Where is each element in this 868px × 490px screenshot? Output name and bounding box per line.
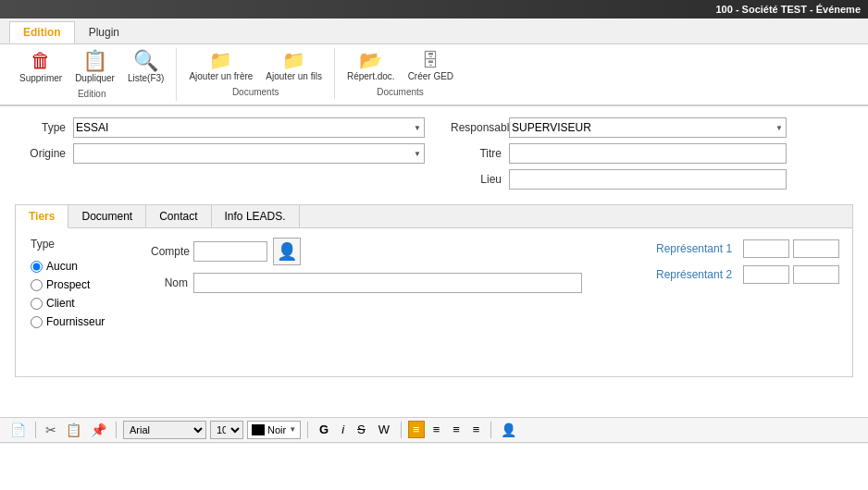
compte-input[interactable]: [193, 241, 267, 262]
rep2-input2[interactable]: [793, 265, 839, 284]
type-row: Type ESSAI Responsable SUPERVISEUR: [15, 117, 853, 138]
rep-column: Représentant 1 Représentant 2: [656, 238, 839, 367]
radio-prospect-input[interactable]: [31, 279, 43, 291]
type-select[interactable]: ESSAI: [73, 117, 425, 138]
radio-aucun[interactable]: Aucun: [31, 260, 114, 273]
form-area: Type ESSAI Responsable SUPERVISEUR Origi…: [0, 106, 868, 201]
origine-label: Origine: [15, 147, 66, 160]
tab-plugin[interactable]: Plugin: [75, 21, 133, 43]
origine-select-wrapper: [73, 143, 425, 164]
lieu-input[interactable]: [509, 169, 787, 190]
radio-client-input[interactable]: [31, 298, 43, 310]
radio-prospect-label: Prospect: [46, 278, 90, 291]
tab-contact[interactable]: Contact: [146, 205, 211, 227]
align-justify-button[interactable]: ≡: [468, 421, 485, 438]
color-arrow: ▼: [289, 425, 296, 434]
ribbon-toolbar: 🗑 Supprimer 📋 Dupliquer 🔍 Liste(F3) Edit…: [0, 44, 868, 106]
nom-label: Nom: [151, 276, 188, 289]
ajouter-fils-button[interactable]: 📁 Ajouter un fils: [261, 48, 327, 84]
trash-icon: 🗑: [31, 51, 51, 71]
titre-input[interactable]: [509, 143, 787, 164]
lieu-row: Lieu: [15, 169, 853, 190]
sep3: [307, 422, 308, 438]
origine-row: Origine Titre: [15, 143, 853, 164]
tab-edition[interactable]: Edition: [9, 21, 75, 43]
responsable-label: Responsable: [451, 121, 502, 134]
responsable-select-wrapper: SUPERVISEUR: [509, 117, 787, 138]
tab-section: Tiers Document Contact Info LEADS. Type …: [15, 204, 853, 377]
repert-doc-button[interactable]: 📂 Répert.doc.: [342, 48, 400, 84]
tab-tiers[interactable]: Tiers: [16, 205, 68, 228]
scissors-icon[interactable]: ✂: [43, 422, 59, 438]
align-right-button[interactable]: ≡: [448, 421, 465, 438]
supprimer-button[interactable]: 🗑 Supprimer: [15, 48, 67, 86]
search-icon: 🔍: [133, 51, 158, 71]
nom-input[interactable]: [193, 273, 582, 293]
folder-add-icon: 📁: [209, 51, 232, 69]
copy-icon[interactable]: 📋: [63, 422, 84, 438]
rep1-input2[interactable]: [793, 239, 839, 258]
nom-row: Nom: [151, 273, 582, 293]
align-left-button[interactable]: ≡: [408, 421, 425, 438]
font-select[interactable]: Arial: [123, 421, 206, 439]
copy-icon: 📋: [82, 51, 107, 71]
liste-label: Liste(F3): [128, 73, 164, 83]
ajouter-frere-label: Ajouter un frère: [189, 71, 253, 81]
type-select-wrapper: ESSAI: [73, 117, 425, 138]
creer-ged-label: Créer GED: [408, 71, 453, 81]
sep5: [490, 422, 491, 438]
documents1-group-label: Documents: [232, 87, 279, 97]
user-icon[interactable]: 👤: [498, 422, 519, 438]
radio-fournisseur-input[interactable]: [31, 316, 43, 328]
edition-buttons: 🗑 Supprimer 📋 Dupliquer 🔍 Liste(F3): [15, 48, 168, 86]
radio-aucun-label: Aucun: [46, 260, 78, 273]
folder-open-icon: 📂: [359, 51, 382, 69]
italic-button[interactable]: i: [337, 421, 349, 438]
w-button[interactable]: W: [374, 421, 394, 438]
paste-icon[interactable]: 📌: [88, 422, 109, 438]
ajouter-frere-button[interactable]: 📁 Ajouter un frère: [184, 48, 257, 84]
dupliquer-label: Dupliquer: [75, 73, 115, 83]
rep2-input1[interactable]: [743, 265, 789, 284]
color-select[interactable]: Noir ▼: [247, 421, 301, 439]
sep1: [35, 422, 36, 438]
align-center-button[interactable]: ≡: [428, 421, 445, 438]
account-column: Compte 👤 Nom: [151, 238, 582, 367]
creer-ged-button[interactable]: 🗄 Créer GED: [403, 48, 458, 84]
sep4: [401, 422, 402, 438]
titre-label: Titre: [451, 147, 502, 160]
repert-doc-label: Répert.doc.: [347, 71, 395, 81]
dupliquer-button[interactable]: 📋 Dupliquer: [70, 48, 119, 86]
tab-document[interactable]: Document: [68, 205, 146, 227]
color-label: Noir: [267, 424, 286, 435]
radio-aucun-input[interactable]: [31, 261, 43, 273]
compte-row: Compte 👤: [151, 238, 582, 265]
responsable-select[interactable]: SUPERVISEUR: [509, 117, 787, 138]
new-doc-icon[interactable]: 📄: [7, 422, 29, 438]
person-icon[interactable]: 👤: [273, 238, 301, 265]
size-select[interactable]: 10: [210, 421, 243, 439]
rep2-label: Représentant 2: [656, 268, 739, 281]
bottom-textarea[interactable]: [0, 443, 868, 491]
rep1-row: Représentant 1: [656, 239, 839, 258]
radio-client[interactable]: Client: [31, 297, 114, 310]
radio-prospect[interactable]: Prospect: [31, 278, 114, 291]
tiers-type-label: Type: [31, 238, 114, 251]
liste-button[interactable]: 🔍 Liste(F3): [123, 48, 168, 86]
cabinet-icon: 🗄: [421, 51, 440, 69]
radio-fournisseur[interactable]: Fournisseur: [31, 315, 114, 328]
bottom-toolbar: 📄 ✂ 📋 📌 Arial 10 Noir ▼ G i S W ≡ ≡ ≡ ≡ …: [0, 417, 868, 443]
documents2-buttons: 📂 Répert.doc. 🗄 Créer GED: [342, 48, 458, 84]
documents1-buttons: 📁 Ajouter un frère 📁 Ajouter un fils: [184, 48, 327, 84]
rep1-input1[interactable]: [743, 239, 789, 258]
origine-select[interactable]: [73, 143, 425, 164]
bold-button[interactable]: G: [315, 421, 333, 438]
lieu-right: Lieu: [451, 169, 787, 190]
tab-info-leads[interactable]: Info LEADS.: [212, 205, 300, 227]
responsable-right: Responsable SUPERVISEUR: [451, 117, 787, 138]
supprimer-label: Supprimer: [19, 73, 62, 83]
strikethrough-button[interactable]: S: [353, 421, 370, 438]
ribbon-group-edition: 🗑 Supprimer 📋 Dupliquer 🔍 Liste(F3) Edit…: [7, 48, 177, 101]
edition-group-label: Edition: [78, 89, 106, 99]
ajouter-fils-label: Ajouter un fils: [266, 71, 322, 81]
